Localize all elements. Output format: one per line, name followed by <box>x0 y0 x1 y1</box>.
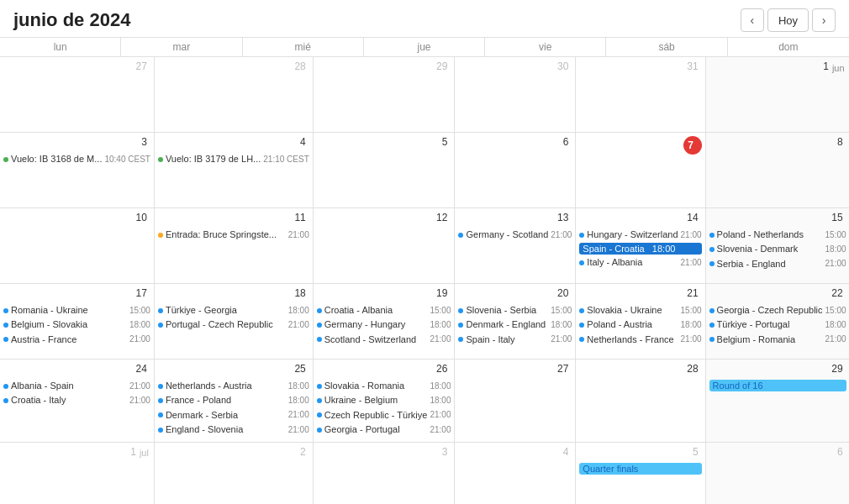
cell-jun26[interactable]: 26 Slovakia - Romania 18:00 Ukraine - Be… <box>314 360 456 443</box>
cell-jun11[interactable]: 11 Entrada: Bruce Springste... 21:00 <box>155 208 314 284</box>
cell-jun19[interactable]: 19 Croatia - Albania 15:00 Germany - Hun… <box>314 284 456 360</box>
event-turkiye-georgia[interactable]: Türkiye - Georgia 18:00 <box>158 304 309 317</box>
cell-jun7[interactable]: 7 <box>576 133 705 208</box>
cell-jun5[interactable]: 5 <box>314 133 456 208</box>
event-dot <box>317 323 322 328</box>
event-hungary-switzerland[interactable]: Hungary - Switzerland 21:00 <box>579 228 701 241</box>
cell-jun12[interactable]: 12 <box>314 208 456 284</box>
event-dot <box>3 308 8 313</box>
event-dot <box>579 323 584 328</box>
cell-jul6[interactable]: 6 <box>706 443 849 504</box>
event-belgium-slovakia[interactable]: Belgium - Slovakia 18:00 <box>3 318 150 331</box>
next-button[interactable]: › <box>812 8 836 32</box>
nav-buttons: ‹ Hoy › <box>741 8 836 32</box>
event-slovenia-serbia[interactable]: Slovenia - Serbia 15:00 <box>458 304 572 317</box>
event-serbia-england[interactable]: Serbia - England 21:00 <box>709 258 846 270</box>
cell-jun22[interactable]: 22 Georgia - Czech Republic 15:00 Türkiy… <box>706 284 849 360</box>
event-scotland-switzerland[interactable]: Scotland - Switzerland 21:00 <box>317 333 451 346</box>
event-romania-ukraine[interactable]: Romania - Ukraine 15:00 <box>3 304 150 317</box>
event-albania-spain[interactable]: Albania - Spain 21:00 <box>3 380 150 392</box>
event-georgia-portugal[interactable]: Georgia - Portugal 21:00 <box>317 423 451 436</box>
event-georgia-czech[interactable]: Georgia - Czech Republic 15:00 <box>709 304 846 317</box>
event-dot <box>579 233 584 238</box>
event-italy-albania[interactable]: Italy - Albania 21:00 <box>579 256 701 269</box>
event-portugal-czech[interactable]: Portugal - Czech Republic 21:00 <box>158 318 309 331</box>
event-dot <box>709 308 715 313</box>
event-slovenia-denmark[interactable]: Slovenia - Denmark 18:00 <box>709 243 846 255</box>
calendar-header: junio de 2024 ‹ Hoy › <box>0 0 849 38</box>
calendar-container: junio de 2024 ‹ Hoy › lun mar mié jue vi… <box>0 0 849 504</box>
event-dot <box>3 384 8 389</box>
cell-jun28[interactable]: 28 <box>576 360 705 443</box>
cell-jun14[interactable]: 14 Hungary - Switzerland 21:00 Spain - C… <box>576 208 705 284</box>
cell-jul3[interactable]: 3 <box>314 443 456 504</box>
event-croatia-albania[interactable]: Croatia - Albania 15:00 <box>317 304 451 317</box>
prev-button[interactable]: ‹ <box>741 8 764 32</box>
event-vuelo-ib3179[interactable]: Vuelo: IB 3179 de LH... 21:10 CEST <box>158 153 309 165</box>
event-quarter-finals[interactable]: Quarter finals <box>579 463 701 475</box>
cell-may29[interactable]: 29 <box>314 57 456 133</box>
cell-jun1[interactable]: 1 jun <box>706 57 849 133</box>
event-czech-turkiye[interactable]: Czech Republic - Türkiye 21:00 <box>317 409 451 422</box>
cell-jun8[interactable]: 8 <box>706 133 849 208</box>
cell-jun21[interactable]: 21 Slovakia - Ukraine 15:00 Poland - Aus… <box>576 284 705 360</box>
event-dot <box>709 337 715 342</box>
cell-jul5[interactable]: 5 Quarter finals <box>576 443 705 504</box>
event-belgium-romania[interactable]: Belgium - Romania 21:00 <box>709 333 846 346</box>
cell-jun4[interactable]: 4 Vuelo: IB 3179 de LH... 21:10 CEST <box>155 133 314 208</box>
cell-jun29[interactable]: 29 Round of 16 <box>706 360 849 443</box>
event-poland-netherlands[interactable]: Poland - Netherlands 15:00 <box>709 228 846 241</box>
event-netherlands-austria[interactable]: Netherlands - Austria 18:00 <box>158 380 309 392</box>
cell-jun13[interactable]: 13 Germany - Scotland 21:00 <box>455 208 576 284</box>
event-turkiye-portugal[interactable]: Türkiye - Portugal 18:00 <box>709 318 846 331</box>
event-denmark-serbia[interactable]: Denmark - Serbia 21:00 <box>158 409 309 422</box>
event-france-poland[interactable]: France - Poland 18:00 <box>158 394 309 407</box>
event-spain-italy[interactable]: Spain - Italy 21:00 <box>458 333 572 346</box>
event-dot <box>317 398 322 403</box>
event-germany-scotland[interactable]: Germany - Scotland 21:00 <box>458 228 572 241</box>
event-dot <box>3 323 8 328</box>
cell-jun3[interactable]: 3 Vuelo: IB 3168 de M... 10:40 CEST <box>0 133 155 208</box>
event-austria-france[interactable]: Austria - France 21:00 <box>3 333 150 346</box>
event-dot <box>579 337 584 342</box>
cell-jul4[interactable]: 4 <box>455 443 576 504</box>
cell-jun24[interactable]: 24 Albania - Spain 21:00 Croatia - Italy… <box>0 360 155 443</box>
event-vuelo-ib3168[interactable]: Vuelo: IB 3168 de M... 10:40 CEST <box>3 153 150 165</box>
event-dot <box>458 233 463 238</box>
event-netherlands-france[interactable]: Netherlands - France 21:00 <box>579 333 701 346</box>
event-bruce[interactable]: Entrada: Bruce Springste... 21:00 <box>158 228 309 241</box>
cell-jun15[interactable]: 15 Poland - Netherlands 15:00 Slovenia -… <box>706 208 849 284</box>
cell-jun27[interactable]: 27 <box>455 360 576 443</box>
header-dom: dom <box>728 38 849 56</box>
event-spain-croatia[interactable]: Spain - Croatia 18:00 <box>579 243 701 255</box>
cell-jun20[interactable]: 20 Slovenia - Serbia 15:00 Denmark - Eng… <box>455 284 576 360</box>
today-button[interactable]: Hoy <box>767 8 809 32</box>
event-ukraine-belgium[interactable]: Ukraine - Belgium 18:00 <box>317 394 451 407</box>
event-denmark-england[interactable]: Denmark - England 18:00 <box>458 318 572 331</box>
cell-jun6[interactable]: 6 <box>455 133 576 208</box>
event-croatia-italy[interactable]: Croatia - Italy 21:00 <box>3 394 150 407</box>
calendar-grid: 27 28 29 30 31 1 jun 2 3 Vuelo: IB <box>0 57 849 504</box>
cell-jun17[interactable]: 17 Romania - Ukraine 15:00 Belgium - Slo… <box>0 284 155 360</box>
event-dot <box>158 428 163 433</box>
cell-jun10[interactable]: 10 <box>0 208 155 284</box>
cell-jun18[interactable]: 18 Türkiye - Georgia 18:00 Portugal - Cz… <box>155 284 314 360</box>
event-dot <box>458 337 463 342</box>
event-dot <box>158 157 163 162</box>
event-dot <box>3 157 8 162</box>
event-england-slovenia[interactable]: England - Slovenia 21:00 <box>158 423 309 436</box>
cell-may27[interactable]: 27 <box>0 57 155 133</box>
cell-jul2[interactable]: 2 <box>155 443 314 504</box>
event-poland-austria[interactable]: Poland - Austria 18:00 <box>579 318 701 331</box>
event-dot <box>158 384 163 389</box>
event-round16[interactable]: Round of 16 <box>709 380 846 391</box>
cell-jul1[interactable]: 1 jul <box>0 443 155 504</box>
cell-may31[interactable]: 31 <box>576 57 705 133</box>
cell-may28[interactable]: 28 <box>155 57 314 133</box>
event-germany-hungary[interactable]: Germany - Hungary 18:00 <box>317 318 451 331</box>
cell-jun25[interactable]: 25 Netherlands - Austria 18:00 France - … <box>155 360 314 443</box>
event-slovakia-romania[interactable]: Slovakia - Romania 18:00 <box>317 380 451 392</box>
event-slovakia-ukraine[interactable]: Slovakia - Ukraine 15:00 <box>579 304 701 317</box>
cell-may30[interactable]: 30 <box>455 57 576 133</box>
event-dot <box>317 337 322 342</box>
